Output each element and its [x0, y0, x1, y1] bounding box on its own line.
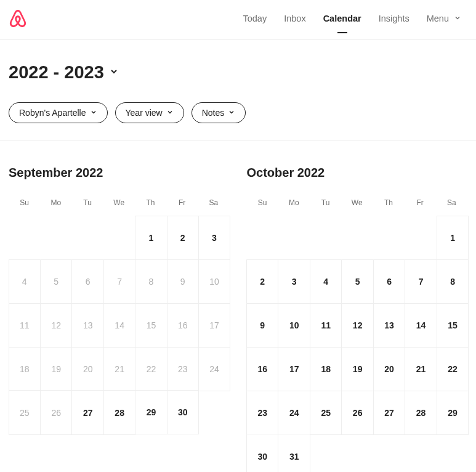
- calendar-day[interactable]: 7: [103, 259, 135, 304]
- empty-cell: [72, 216, 103, 259]
- calendar-day[interactable]: 16: [167, 303, 199, 348]
- chevron-down-icon: [166, 108, 174, 118]
- nav-today[interactable]: Today: [243, 14, 267, 26]
- month-0: September 2022SuMoTuWeThFrSa123456789101…: [9, 166, 230, 472]
- top-navigation: Today Inbox Calendar Insights Menu: [0, 0, 476, 40]
- page-title: 2022 - 2023: [9, 62, 104, 83]
- calendar-day[interactable]: 2: [246, 259, 278, 304]
- listing-chip[interactable]: Robyn's Apartelle: [9, 102, 108, 123]
- calendar-grid: 1234567891011121314151617181920212223242…: [247, 216, 468, 472]
- calendar-day[interactable]: 25: [310, 391, 342, 435]
- month-title: September 2022: [9, 166, 230, 180]
- calendar-day[interactable]: 31: [278, 434, 310, 472]
- calendar-day[interactable]: 23: [167, 347, 199, 391]
- calendar-day[interactable]: 17: [198, 303, 230, 348]
- empty-cell: [278, 216, 310, 259]
- dow-cell: Sa: [198, 195, 229, 211]
- calendar-day[interactable]: 2: [167, 216, 199, 260]
- calendar-day[interactable]: 23: [246, 391, 278, 435]
- calendar-day[interactable]: 19: [40, 347, 72, 391]
- calendar-day[interactable]: 18: [9, 347, 41, 391]
- calendar-day[interactable]: 17: [278, 347, 310, 391]
- calendar-day[interactable]: 3: [198, 216, 230, 260]
- calendar-day[interactable]: 7: [405, 259, 437, 304]
- year-range-selector[interactable]: 2022 - 2023: [9, 62, 467, 83]
- dow-cell: Tu: [71, 195, 103, 211]
- calendar-day[interactable]: 6: [373, 259, 405, 304]
- calendar-day[interactable]: 26: [341, 391, 373, 435]
- empty-cell: [310, 434, 341, 472]
- day-of-week-header: SuMoTuWeThFrSa: [247, 195, 468, 211]
- calendar-day[interactable]: 19: [341, 347, 373, 391]
- nav-inbox[interactable]: Inbox: [284, 14, 305, 26]
- calendar-day[interactable]: 1: [437, 216, 469, 260]
- calendar-day[interactable]: 6: [71, 259, 103, 304]
- calendar-day[interactable]: 20: [373, 347, 405, 391]
- calendar-day[interactable]: 5: [341, 259, 373, 304]
- calendar-day[interactable]: 27: [373, 391, 405, 435]
- calendar-day[interactable]: 18: [310, 347, 342, 391]
- calendar-grid: 1234567891011121314151617181920212223242…: [9, 216, 230, 434]
- calendar-day[interactable]: 24: [198, 347, 230, 391]
- calendar-day[interactable]: 21: [405, 347, 437, 391]
- calendar-day[interactable]: 22: [437, 347, 469, 391]
- calendar-day[interactable]: 25: [9, 390, 41, 434]
- dow-cell: Fr: [166, 195, 198, 211]
- calendar-day[interactable]: 21: [103, 347, 135, 391]
- calendar-day[interactable]: 30: [167, 390, 199, 434]
- dow-cell: Mo: [40, 195, 71, 211]
- empty-cell: [9, 216, 40, 259]
- calendar-day[interactable]: 12: [40, 303, 72, 348]
- calendar-day[interactable]: 5: [40, 259, 72, 304]
- empty-cell: [405, 434, 437, 472]
- dow-cell: Th: [373, 195, 404, 211]
- calendar-day[interactable]: 16: [246, 347, 278, 391]
- calendar-day[interactable]: 29: [135, 390, 167, 434]
- airbnb-logo-icon: [9, 9, 27, 28]
- calendar-day[interactable]: 28: [103, 390, 135, 434]
- empty-cell: [40, 216, 71, 259]
- calendar-day[interactable]: 13: [373, 303, 405, 348]
- calendar-day[interactable]: 20: [71, 347, 103, 391]
- calendar-day[interactable]: 12: [341, 303, 373, 348]
- notes-chip[interactable]: Notes: [192, 102, 246, 123]
- empty-cell: [247, 216, 278, 259]
- filter-chips: Robyn's Apartelle Year view Notes: [9, 102, 467, 123]
- calendar-day[interactable]: 10: [278, 303, 310, 348]
- nav-insights[interactable]: Insights: [379, 14, 409, 26]
- airbnb-logo[interactable]: [9, 9, 27, 31]
- calendar-day[interactable]: 15: [135, 303, 167, 348]
- calendar-day[interactable]: 4: [310, 259, 342, 304]
- calendar-day[interactable]: 3: [278, 259, 310, 304]
- dow-cell: Tu: [310, 195, 341, 211]
- calendar-day[interactable]: 9: [246, 303, 278, 348]
- calendar-day[interactable]: 15: [437, 303, 469, 348]
- dow-cell: Su: [9, 195, 40, 211]
- calendar-day[interactable]: 29: [437, 391, 469, 435]
- calendar-day[interactable]: 9: [167, 259, 199, 304]
- calendar-day[interactable]: 14: [103, 303, 135, 348]
- calendar-day[interactable]: 28: [405, 391, 437, 435]
- nav-menu[interactable]: Menu: [427, 14, 461, 26]
- nav-calendar[interactable]: Calendar: [323, 14, 361, 26]
- calendar-day[interactable]: 24: [278, 391, 310, 435]
- calendar-day[interactable]: 14: [405, 303, 437, 348]
- dow-cell: We: [341, 195, 373, 211]
- calendar-day[interactable]: 22: [135, 347, 167, 391]
- month-1: October 2022SuMoTuWeThFrSa12345678910111…: [247, 166, 468, 472]
- calendar-day[interactable]: 26: [40, 390, 72, 434]
- calendar-day[interactable]: 8: [135, 259, 167, 304]
- calendar-day[interactable]: 11: [310, 303, 342, 348]
- chevron-down-icon: [109, 67, 119, 79]
- view-chip[interactable]: Year view: [115, 102, 184, 123]
- calendar-day[interactable]: 11: [9, 303, 41, 348]
- calendar-day[interactable]: 1: [135, 216, 167, 260]
- calendar-day[interactable]: 8: [437, 259, 469, 304]
- empty-cell: [405, 216, 437, 259]
- calendar-day[interactable]: 30: [246, 434, 278, 472]
- calendar-day[interactable]: 10: [198, 259, 230, 304]
- nav-links: Today Inbox Calendar Insights Menu: [243, 14, 461, 26]
- calendar-day[interactable]: 13: [71, 303, 103, 348]
- calendar-day[interactable]: 27: [71, 390, 103, 434]
- calendar-day[interactable]: 4: [9, 259, 41, 304]
